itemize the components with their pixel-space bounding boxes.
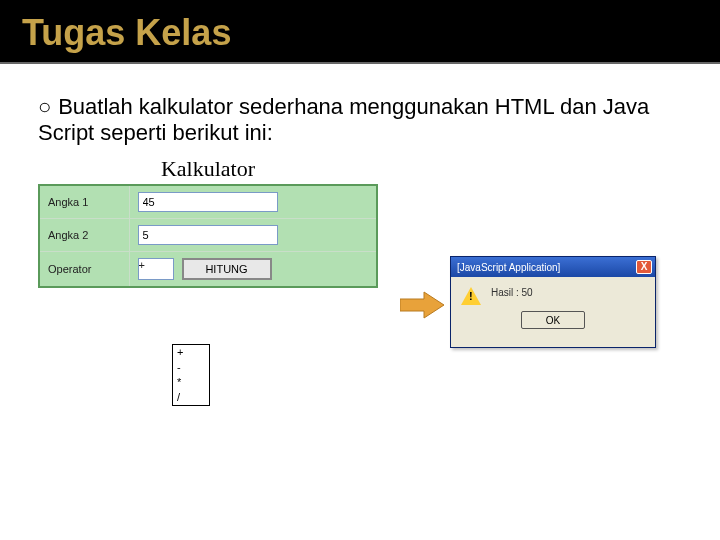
operator-option[interactable]: *	[173, 375, 209, 390]
dialog-title-text: [JavaScript Application]	[457, 262, 560, 273]
row-angka2: Angka 2	[39, 219, 377, 252]
dialog-titlebar: [JavaScript Application] X	[451, 257, 655, 277]
dialog-message: Hasil : 50	[491, 287, 533, 298]
arrow-icon	[400, 290, 444, 320]
operator-option[interactable]: +	[173, 345, 209, 360]
ok-button[interactable]: OK	[521, 311, 585, 329]
operator-select[interactable]: +	[138, 258, 174, 280]
bullet-icon: ○	[38, 94, 52, 120]
instruction-body: Buatlah kalkulator sederhana menggunakan…	[38, 94, 649, 145]
input-angka1[interactable]	[138, 192, 278, 212]
instruction-text: ○ Buatlah kalkulator sederhana menggunak…	[38, 94, 682, 146]
calculator-form: Angka 1 Angka 2 Operator + HITUNG	[38, 184, 378, 288]
operator-dropdown-list[interactable]: + - * /	[172, 344, 210, 406]
calculator-heading: Kalkulator	[38, 156, 378, 182]
operator-option[interactable]: /	[173, 390, 209, 405]
label-angka2: Angka 2	[39, 219, 129, 252]
slide-title: Tugas Kelas	[22, 12, 698, 54]
calculator-panel: Kalkulator Angka 1 Angka 2 Operator + HI…	[38, 156, 378, 288]
input-angka2[interactable]	[138, 225, 278, 245]
calculate-button[interactable]: HITUNG	[182, 258, 272, 280]
close-icon[interactable]: X	[636, 260, 652, 274]
label-angka1: Angka 1	[39, 185, 129, 219]
operator-option[interactable]: -	[173, 360, 209, 375]
label-operator: Operator	[39, 252, 129, 288]
svg-marker-0	[400, 292, 444, 318]
warning-icon	[461, 287, 481, 305]
title-bar: Tugas Kelas	[0, 0, 720, 64]
alert-dialog: [JavaScript Application] X Hasil : 50 OK	[450, 256, 656, 348]
row-angka1: Angka 1	[39, 185, 377, 219]
row-operator: Operator + HITUNG	[39, 252, 377, 288]
